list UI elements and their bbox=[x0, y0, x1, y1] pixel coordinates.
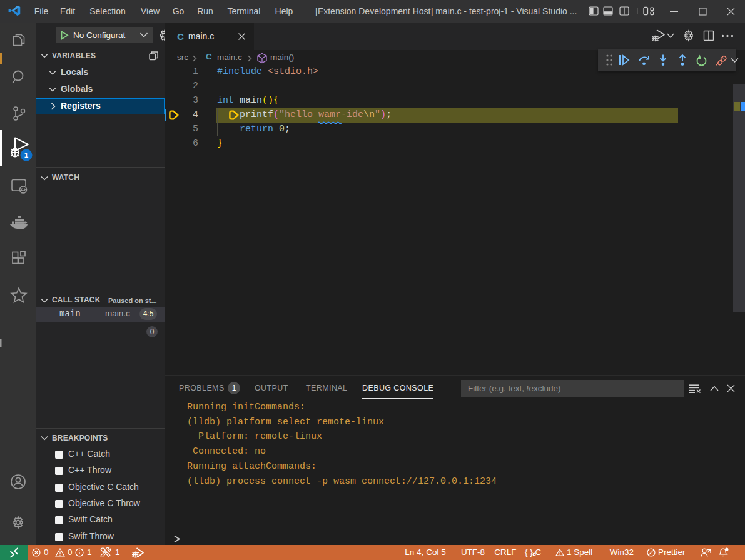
svg-text:1: 1 bbox=[24, 151, 29, 159]
